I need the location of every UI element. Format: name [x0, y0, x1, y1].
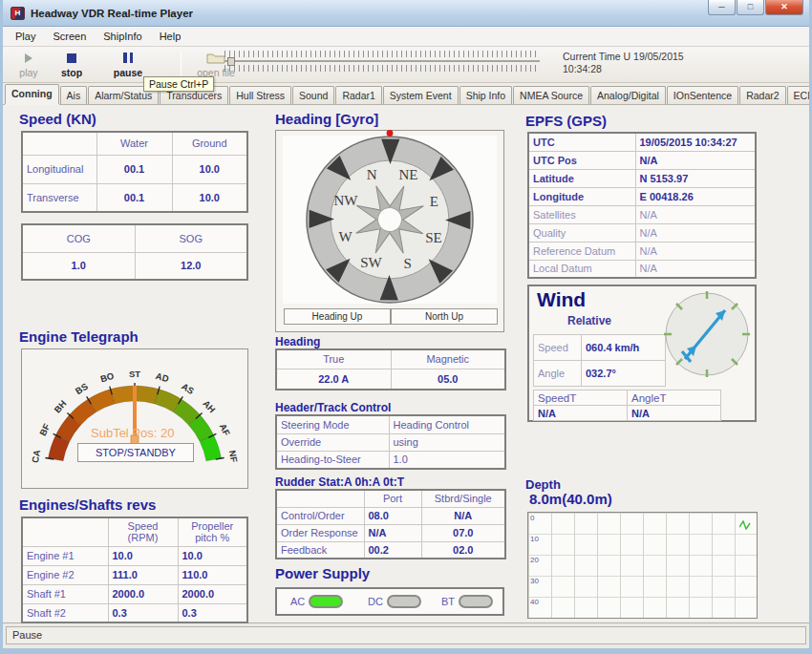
status-text: Pause [6, 626, 806, 644]
menu-help[interactable]: Help [151, 29, 190, 44]
tab-sound[interactable]: Sound [292, 86, 334, 104]
status-bar: Pause [3, 622, 809, 648]
rudder-title: Rudder Stat:A 0h:A 0t:T [275, 475, 404, 489]
rudder-table: Port Stbrd/Single Control/Order 08.0 N/A… [275, 489, 506, 559]
slider-ticks-top [224, 51, 540, 57]
svg-text:AF: AF [218, 422, 233, 437]
table-row: Control/Order 08.0 N/A [276, 507, 505, 524]
table-row: Longitudinal 00.1 10.0 [22, 155, 247, 183]
play-button[interactable]: play [11, 50, 47, 80]
table-row: Feedback 00.2 02.0 [276, 541, 505, 559]
pause-tooltip: Pause Ctrl+P [143, 76, 214, 92]
table-row: Override using [276, 433, 505, 451]
depth-trace-mark [739, 520, 751, 530]
slider-handle[interactable] [227, 57, 235, 66]
minimize-button[interactable]: ─ [708, 0, 736, 15]
app-icon: H [11, 7, 25, 20]
depth-chart: 0 10 20 30 40 [527, 512, 758, 619]
gyro-compass: NNEESESSWWNW [299, 129, 481, 310]
wind-panel: Wind Relative Speed 060.4 km/h Angle 032… [527, 285, 757, 422]
tab-analog-digital[interactable]: Analog/Digital [590, 86, 666, 104]
close-button[interactable]: ✕ [765, 0, 803, 15]
engine-telegraph-gauge: CABFBHBSBOSTADASAHAFNF [22, 349, 247, 488]
table-row: Shaft #2 0.3 0.3 [22, 603, 247, 622]
power-bt: BT [441, 595, 493, 608]
svg-text:CA: CA [30, 449, 42, 464]
tab-nmea-source[interactable]: NMEA Source [513, 86, 589, 104]
bt-indicator [459, 595, 493, 608]
wind-mode: Relative [567, 314, 611, 327]
table-row: 1.0 12.0 [22, 252, 247, 280]
tab-hull-stress[interactable]: Hull Stress [229, 86, 291, 104]
table-row: Heading-to-Steer 1.0 [276, 451, 505, 469]
toolbar-separator [181, 52, 182, 77]
tab-radar2[interactable]: Radar2 [739, 86, 785, 104]
dc-indicator [387, 595, 421, 608]
table-row: Steering Mode Heading Control [276, 415, 505, 433]
pause-icon [123, 53, 133, 63]
menu-bar: Play Screen ShipInfo Help [3, 27, 809, 47]
speed-table: Water Ground Longitudinal 00.1 10.0 Tran… [21, 131, 248, 213]
tab-system-event[interactable]: System Event [383, 86, 459, 104]
table-row: Latitude N 5153.97 [528, 169, 756, 187]
tab-ionsentence[interactable]: IOnSentence [667, 86, 738, 104]
svg-text:NE: NE [399, 167, 418, 182]
svg-text:SE: SE [425, 230, 442, 245]
svg-text:ST: ST [129, 369, 140, 379]
playback-slider[interactable] [224, 51, 540, 79]
svg-text:BO: BO [99, 370, 116, 385]
table-row: Reference Datum N/A [528, 242, 756, 260]
svg-text:AS: AS [180, 381, 196, 396]
power-ac: AC [290, 595, 343, 608]
table-row: 22.0 A 05.0 [276, 369, 505, 390]
svg-text:S: S [404, 256, 412, 271]
folder-icon [206, 52, 225, 64]
tab-radar1[interactable]: Radar1 [335, 86, 381, 104]
svg-text:W: W [339, 229, 353, 244]
depth-value: 8.0m(40.0m) [529, 491, 612, 507]
toolbar: play stop pause open file Current Time U… [3, 47, 809, 83]
tab-ship-info[interactable]: Ship Info [459, 86, 512, 104]
heading-gyro-title: Heading [Gyro] [275, 111, 378, 127]
heading-table: True Magnetic 22.0 A 05.0 [275, 348, 506, 390]
cog-sog-table: COG SOG 1.0 12.0 [21, 223, 248, 281]
svg-text:NF: NF [227, 450, 240, 464]
table-row: Engine #1 10.0 10.0 [22, 546, 247, 565]
tab-ecdis1[interactable]: ECDIS1 [787, 86, 812, 104]
table-row: Shaft #1 2000.0 2000.0 [22, 584, 247, 603]
north-up-button[interactable]: North Up [391, 308, 498, 325]
menu-shipinfo[interactable]: ShipInfo [95, 29, 150, 44]
ac-indicator [309, 595, 343, 608]
svg-text:BH: BH [52, 398, 68, 415]
stop-standby-button[interactable]: STOP/STANDBY [77, 443, 194, 462]
power-supply-panel: AC DC BT [275, 587, 504, 616]
table-row: Satellites N/A [528, 205, 756, 223]
power-dc: DC [368, 595, 421, 608]
tab-conning[interactable]: Conning [5, 84, 59, 104]
engines-shafts-table: Speed (RPM) Propeller pitch % Engine #1 … [21, 517, 248, 623]
menu-play[interactable]: Play [7, 29, 44, 44]
table-row: Local Datum N/A [528, 260, 756, 278]
svg-text:N: N [367, 167, 377, 182]
window-title: Headway VDR Real-time Player [31, 8, 193, 19]
heading-title: Heading [275, 335, 320, 348]
depth-title: Depth [525, 477, 561, 492]
app-window: H Headway VDR Real-time Player ─ □ ✕ Pla… [0, 0, 812, 654]
menu-screen[interactable]: Screen [44, 29, 95, 44]
svg-text:BF: BF [37, 422, 53, 437]
svg-text:E: E [430, 194, 438, 209]
table-row: N/A N/A [534, 406, 721, 421]
tab-ais[interactable]: Ais [60, 86, 88, 104]
power-supply-title: Power Supply [275, 565, 370, 581]
stop-button[interactable]: stop [53, 50, 91, 80]
wind-true-table: SpeedT AngleT N/A N/A [533, 390, 721, 421]
wind-title: Wind [537, 288, 586, 311]
current-time: Current Time U 19/05/2015 10:34:28 [563, 51, 684, 75]
engine-telegraph-panel: CABFBHBSBOSTADASAHAFNF SubTel Pos: 20 ST… [21, 348, 248, 489]
epfs-title: EPFS (GPS) [525, 113, 607, 129]
heading-up-button[interactable]: Heading Up [284, 308, 391, 325]
svg-text:NW: NW [333, 193, 358, 208]
play-icon [25, 53, 32, 63]
table-row: Speed 060.4 km/h [534, 335, 666, 361]
maximize-button[interactable]: □ [737, 0, 764, 15]
